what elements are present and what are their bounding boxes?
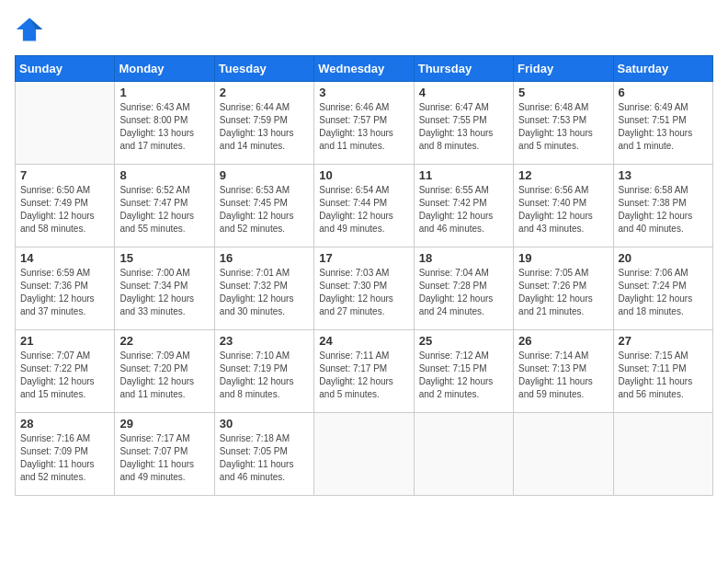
day-info: Sunrise: 6:52 AM Sunset: 7:47 PM Dayligh… bbox=[119, 184, 209, 236]
logo bbox=[15, 15, 48, 44]
day-info: Sunrise: 7:04 AM Sunset: 7:28 PM Dayligh… bbox=[419, 267, 508, 318]
day-cell: 27Sunrise: 7:15 AM Sunset: 7:11 PM Dayli… bbox=[613, 330, 712, 413]
day-cell: 25Sunrise: 7:12 AM Sunset: 7:15 PM Dayli… bbox=[414, 330, 513, 413]
col-header-friday: Friday bbox=[514, 56, 613, 82]
day-info: Sunrise: 7:16 AM Sunset: 7:09 PM Dayligh… bbox=[20, 432, 109, 484]
day-number: 10 bbox=[319, 168, 408, 182]
day-info: Sunrise: 6:54 AM Sunset: 7:44 PM Dayligh… bbox=[319, 184, 408, 236]
day-number: 28 bbox=[20, 417, 109, 431]
week-row-1: 1Sunrise: 6:43 AM Sunset: 8:00 PM Daylig… bbox=[16, 82, 713, 165]
day-cell: 17Sunrise: 7:03 AM Sunset: 7:30 PM Dayli… bbox=[314, 247, 414, 330]
day-info: Sunrise: 7:05 AM Sunset: 7:26 PM Dayligh… bbox=[518, 267, 608, 318]
day-info: Sunrise: 7:18 AM Sunset: 7:05 PM Dayligh… bbox=[220, 432, 309, 484]
day-number: 24 bbox=[319, 334, 408, 348]
day-info: Sunrise: 7:01 AM Sunset: 7:32 PM Dayligh… bbox=[220, 267, 309, 318]
day-info: Sunrise: 6:49 AM Sunset: 7:51 PM Dayligh… bbox=[619, 101, 708, 153]
day-info: Sunrise: 7:03 AM Sunset: 7:30 PM Dayligh… bbox=[319, 267, 408, 318]
day-cell: 4Sunrise: 6:47 AM Sunset: 7:55 PM Daylig… bbox=[414, 82, 513, 165]
day-cell: 13Sunrise: 6:58 AM Sunset: 7:38 PM Dayli… bbox=[613, 165, 712, 247]
day-info: Sunrise: 7:09 AM Sunset: 7:20 PM Dayligh… bbox=[119, 350, 209, 401]
col-header-saturday: Saturday bbox=[613, 56, 712, 82]
col-header-thursday: Thursday bbox=[414, 56, 513, 82]
day-info: Sunrise: 7:00 AM Sunset: 7:34 PM Dayligh… bbox=[119, 267, 209, 318]
day-number: 11 bbox=[419, 168, 508, 182]
day-number: 14 bbox=[20, 251, 109, 265]
day-number: 1 bbox=[119, 86, 209, 99]
day-info: Sunrise: 6:44 AM Sunset: 7:59 PM Dayligh… bbox=[220, 101, 309, 153]
day-info: Sunrise: 7:12 AM Sunset: 7:15 PM Dayligh… bbox=[419, 350, 508, 401]
day-cell: 3Sunrise: 6:46 AM Sunset: 7:57 PM Daylig… bbox=[314, 82, 414, 165]
day-cell: 23Sunrise: 7:10 AM Sunset: 7:19 PM Dayli… bbox=[214, 330, 313, 413]
day-cell bbox=[414, 413, 513, 496]
day-info: Sunrise: 6:58 AM Sunset: 7:38 PM Dayligh… bbox=[619, 184, 708, 236]
day-cell: 29Sunrise: 7:17 AM Sunset: 7:07 PM Dayli… bbox=[115, 413, 214, 496]
day-cell: 10Sunrise: 6:54 AM Sunset: 7:44 PM Dayli… bbox=[314, 165, 414, 247]
day-cell: 22Sunrise: 7:09 AM Sunset: 7:20 PM Dayli… bbox=[115, 330, 214, 413]
day-number: 25 bbox=[419, 334, 508, 348]
day-number: 9 bbox=[220, 168, 309, 182]
day-info: Sunrise: 7:10 AM Sunset: 7:19 PM Dayligh… bbox=[220, 350, 309, 401]
day-cell: 18Sunrise: 7:04 AM Sunset: 7:28 PM Dayli… bbox=[414, 247, 513, 330]
day-number: 20 bbox=[619, 251, 708, 265]
calendar-table: SundayMondayTuesdayWednesdayThursdayFrid… bbox=[15, 55, 713, 496]
day-cell bbox=[16, 82, 115, 165]
day-number: 16 bbox=[220, 251, 309, 265]
day-info: Sunrise: 7:06 AM Sunset: 7:24 PM Dayligh… bbox=[619, 267, 708, 318]
day-cell: 6Sunrise: 6:49 AM Sunset: 7:51 PM Daylig… bbox=[613, 82, 712, 165]
day-cell: 14Sunrise: 6:59 AM Sunset: 7:36 PM Dayli… bbox=[16, 247, 115, 330]
day-number: 8 bbox=[119, 168, 209, 182]
day-number: 18 bbox=[419, 251, 508, 265]
day-number: 23 bbox=[220, 334, 309, 348]
day-info: Sunrise: 7:07 AM Sunset: 7:22 PM Dayligh… bbox=[20, 350, 109, 401]
week-row-5: 28Sunrise: 7:16 AM Sunset: 7:09 PM Dayli… bbox=[16, 413, 713, 496]
day-number: 29 bbox=[119, 417, 209, 431]
day-cell: 26Sunrise: 7:14 AM Sunset: 7:13 PM Dayli… bbox=[514, 330, 613, 413]
day-info: Sunrise: 6:48 AM Sunset: 7:53 PM Dayligh… bbox=[518, 101, 608, 153]
day-number: 15 bbox=[119, 251, 209, 265]
col-header-sunday: Sunday bbox=[16, 56, 115, 82]
day-info: Sunrise: 6:46 AM Sunset: 7:57 PM Dayligh… bbox=[319, 101, 408, 153]
day-number: 21 bbox=[20, 334, 109, 348]
week-row-2: 7Sunrise: 6:50 AM Sunset: 7:49 PM Daylig… bbox=[16, 165, 713, 247]
day-number: 5 bbox=[518, 86, 608, 99]
day-cell: 8Sunrise: 6:52 AM Sunset: 7:47 PM Daylig… bbox=[115, 165, 214, 247]
day-info: Sunrise: 7:15 AM Sunset: 7:11 PM Dayligh… bbox=[619, 350, 708, 401]
day-number: 17 bbox=[319, 251, 408, 265]
day-info: Sunrise: 7:17 AM Sunset: 7:07 PM Dayligh… bbox=[119, 432, 209, 484]
day-cell: 30Sunrise: 7:18 AM Sunset: 7:05 PM Dayli… bbox=[214, 413, 313, 496]
logo-icon bbox=[15, 15, 44, 44]
day-cell: 2Sunrise: 6:44 AM Sunset: 7:59 PM Daylig… bbox=[214, 82, 313, 165]
day-number: 2 bbox=[220, 86, 309, 99]
col-header-wednesday: Wednesday bbox=[314, 56, 414, 82]
day-number: 26 bbox=[518, 334, 608, 348]
day-cell: 16Sunrise: 7:01 AM Sunset: 7:32 PM Dayli… bbox=[214, 247, 313, 330]
day-number: 27 bbox=[619, 334, 708, 348]
day-info: Sunrise: 6:55 AM Sunset: 7:42 PM Dayligh… bbox=[419, 184, 508, 236]
day-cell: 1Sunrise: 6:43 AM Sunset: 8:00 PM Daylig… bbox=[115, 82, 214, 165]
day-number: 30 bbox=[220, 417, 309, 431]
day-number: 22 bbox=[119, 334, 209, 348]
col-header-monday: Monday bbox=[115, 56, 214, 82]
day-cell: 15Sunrise: 7:00 AM Sunset: 7:34 PM Dayli… bbox=[115, 247, 214, 330]
day-info: Sunrise: 7:11 AM Sunset: 7:17 PM Dayligh… bbox=[319, 350, 408, 401]
day-cell bbox=[514, 413, 613, 496]
day-number: 13 bbox=[619, 168, 708, 182]
day-cell: 7Sunrise: 6:50 AM Sunset: 7:49 PM Daylig… bbox=[16, 165, 115, 247]
day-info: Sunrise: 6:47 AM Sunset: 7:55 PM Dayligh… bbox=[419, 101, 508, 153]
day-cell: 28Sunrise: 7:16 AM Sunset: 7:09 PM Dayli… bbox=[16, 413, 115, 496]
header-row: SundayMondayTuesdayWednesdayThursdayFrid… bbox=[16, 56, 713, 82]
week-row-4: 21Sunrise: 7:07 AM Sunset: 7:22 PM Dayli… bbox=[16, 330, 713, 413]
day-number: 4 bbox=[419, 86, 508, 99]
day-info: Sunrise: 6:50 AM Sunset: 7:49 PM Dayligh… bbox=[20, 184, 109, 236]
col-header-tuesday: Tuesday bbox=[214, 56, 313, 82]
day-number: 12 bbox=[518, 168, 608, 182]
day-cell: 20Sunrise: 7:06 AM Sunset: 7:24 PM Dayli… bbox=[613, 247, 712, 330]
day-cell bbox=[613, 413, 712, 496]
day-number: 6 bbox=[619, 86, 708, 99]
day-cell: 24Sunrise: 7:11 AM Sunset: 7:17 PM Dayli… bbox=[314, 330, 414, 413]
day-cell: 11Sunrise: 6:55 AM Sunset: 7:42 PM Dayli… bbox=[414, 165, 513, 247]
day-cell: 5Sunrise: 6:48 AM Sunset: 7:53 PM Daylig… bbox=[514, 82, 613, 165]
day-number: 7 bbox=[20, 168, 109, 182]
day-info: Sunrise: 6:43 AM Sunset: 8:00 PM Dayligh… bbox=[119, 101, 209, 153]
day-info: Sunrise: 6:59 AM Sunset: 7:36 PM Dayligh… bbox=[20, 267, 109, 318]
